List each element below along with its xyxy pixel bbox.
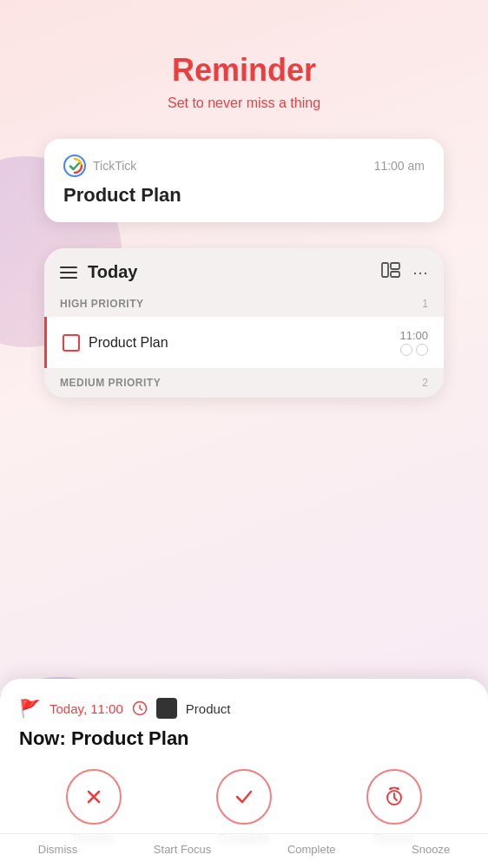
more-icon[interactable]: ⋯ xyxy=(412,263,428,282)
svg-rect-2 xyxy=(382,263,388,277)
bottom-bar-snooze[interactable]: Snooze xyxy=(412,843,450,856)
task-row-product-plan[interactable]: Product Plan 11:00 xyxy=(44,317,444,368)
dismiss-x-icon xyxy=(82,785,106,809)
flag-icon: 🚩 xyxy=(19,698,41,719)
notif-time: 11:00 am xyxy=(374,159,425,173)
ticktick-icon xyxy=(63,155,86,177)
app-header: Today ⋯ xyxy=(44,248,444,291)
notification-card: TickTick 11:00 am Product Plan xyxy=(44,139,444,222)
svg-rect-3 xyxy=(391,263,399,269)
app-screen: Today ⋯ HIGH PRIORITY 1 xyxy=(44,248,444,398)
snooze-circle[interactable] xyxy=(366,769,422,825)
page-title: Reminder xyxy=(172,52,316,89)
page-subtitle: Set to never miss a thing xyxy=(168,95,320,111)
hamburger-icon[interactable] xyxy=(60,266,77,279)
action-time: Today, 11:00 xyxy=(49,701,123,716)
task-time-icons xyxy=(400,344,428,356)
high-priority-label: HIGH PRIORITY xyxy=(60,298,144,310)
medium-priority-label: MEDIUM PRIORITY xyxy=(60,377,161,389)
action-sheet: 🚩 Today, 11:00 Product Now: Product Plan… xyxy=(0,679,488,868)
high-priority-header: HIGH PRIORITY 1 xyxy=(44,291,444,317)
dismiss-circle[interactable] xyxy=(66,769,122,825)
product-thumbnail xyxy=(156,698,177,719)
columns-icon[interactable] xyxy=(381,262,400,282)
snooze-icon xyxy=(382,785,406,809)
action-product-label: Product xyxy=(186,701,231,716)
task-name: Product Plan xyxy=(89,335,168,351)
app-screen-title: Today xyxy=(88,262,137,282)
svg-rect-4 xyxy=(391,272,399,277)
medium-priority-header: MEDIUM PRIORITY 2 xyxy=(44,368,444,398)
bottom-bar: Dismiss Start Focus Complete Snooze xyxy=(0,833,488,868)
high-priority-count: 1 xyxy=(422,298,428,310)
bottom-bar-complete[interactable]: Complete xyxy=(287,843,336,856)
action-sheet-meta: 🚩 Today, 11:00 Product xyxy=(19,698,469,719)
bottom-bar-dismiss[interactable]: Dismiss xyxy=(38,843,78,856)
task-time: 11:00 xyxy=(399,329,428,342)
notif-app-name: TickTick xyxy=(93,159,136,173)
bottom-bar-start-focus[interactable]: Start Focus xyxy=(154,843,211,856)
medium-priority-count: 2 xyxy=(422,377,428,389)
complete-check-icon xyxy=(232,785,256,809)
complete-circle[interactable] xyxy=(216,769,272,825)
notif-task-title: Product Plan xyxy=(63,184,425,207)
action-task-title: Now: Product Plan xyxy=(19,727,469,750)
task-checkbox[interactable] xyxy=(63,334,80,352)
clock-icon xyxy=(132,700,148,716)
